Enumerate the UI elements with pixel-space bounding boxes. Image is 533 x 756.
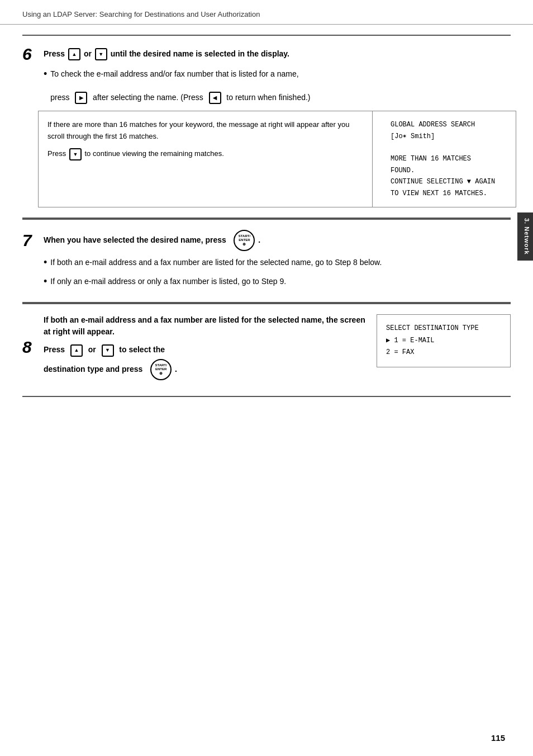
left-arrow-icon — [209, 92, 221, 104]
step-7-bullet1-text: If both an e-mail address and a fax numb… — [50, 257, 382, 269]
step-8-left: If both an e-mail address and a fax numb… — [44, 314, 368, 380]
step-8-screen: SELECT DESTINATION TYPE ▶ 1 = E-MAIL 2 =… — [377, 314, 511, 367]
step-6-header: 6 Press or until the desired name is sel… — [22, 46, 511, 63]
bullet-dot: • — [44, 68, 47, 104]
press-label: press — [50, 93, 72, 102]
sidebar-line1: 3. Network — [524, 218, 530, 255]
screen-line3 — [391, 142, 507, 153]
step-7-bullet1: • If both an e-mail address and a fax nu… — [44, 257, 511, 269]
step-8-number: 8 — [22, 339, 38, 356]
step-8-instruction-2: destination type and press START/ ENTER … — [44, 359, 368, 380]
up-arrow-icon-2 — [70, 344, 83, 357]
screen-line4: MORE THAN 16 MATCHES — [391, 153, 507, 164]
step-8-content: If both an e-mail address and a fax numb… — [44, 314, 511, 380]
step-8-instruction: Press or to select the — [44, 343, 368, 357]
screen-line7: TO VIEW NEXT 16 MATCHES. — [391, 188, 507, 199]
bullet-dot-3: • — [44, 276, 47, 288]
screen-line6: CONTINUE SELECTING ▼ AGAIN — [391, 176, 507, 187]
step-8-section: 8 If both an e-mail address and a fax nu… — [22, 303, 511, 397]
bullet-dot-2: • — [44, 257, 47, 269]
page-header: Using an LDAP Server: Searching for Dest… — [0, 0, 533, 25]
header-title: Using an LDAP Server: Searching for Dest… — [22, 10, 260, 18]
step-7-bullet2: • If only an e-mail address or only a fa… — [44, 276, 511, 288]
step-6-title: Press or until the desired name is selec… — [44, 48, 289, 60]
down-arrow-icon — [95, 48, 107, 60]
screen-line1: GLOBAL ADDRESS SEARCH — [391, 119, 507, 130]
step-8-desc: If both an e-mail address and a fax numb… — [44, 314, 368, 338]
screen-line2: [Jo✶ Smith] — [391, 131, 507, 142]
step-6-body: • To check the e-mail address and/or fax… — [44, 68, 511, 207]
up-arrow-icon — [68, 48, 80, 60]
info-left-p2: Press to continue viewing the remaining … — [47, 148, 363, 160]
step-7-body: • If both an e-mail address and a fax nu… — [44, 257, 511, 287]
down-arrow-icon-3 — [102, 344, 114, 357]
dest-screen-line3: 2 = FAX — [386, 347, 501, 359]
step-7-bullet2-text: If only an e-mail address or only a fax … — [50, 276, 286, 288]
page-number: 115 — [491, 733, 505, 743]
step-8-header: 8 If both an e-mail address and a fax nu… — [22, 314, 511, 380]
step-6-bullet1: • To check the e-mail address and/or fax… — [44, 68, 511, 104]
info-left-p1: If there are more than 16 matches for yo… — [47, 119, 363, 143]
step-7-header: 7 When you have selected the desired nam… — [22, 230, 511, 251]
info-left: If there are more than 16 matches for yo… — [39, 111, 373, 207]
dest-screen-line1: SELECT DESTINATION TYPE — [386, 323, 501, 335]
step-7-title: When you have selected the desired name,… — [44, 230, 260, 251]
info-right: GLOBAL ADDRESS SEARCH [Jo✶ Smith] MORE T… — [382, 111, 516, 207]
sidebar-tab: 3. Network — [517, 212, 533, 261]
start-enter-icon-1: START/ ENTER ⊕ — [234, 230, 255, 251]
bullet-1-text: To check the e-mail address and/or fax n… — [50, 68, 310, 104]
down-arrow-icon-2 — [69, 148, 82, 160]
start-enter-icon-2: START/ ENTER ⊕ — [150, 359, 172, 380]
step-6-number: 6 — [22, 46, 38, 63]
right-arrow-icon — [75, 92, 87, 104]
step-7-number: 7 — [22, 232, 38, 249]
step-6-info-box: If there are more than 16 matches for yo… — [38, 111, 516, 207]
step-7-section: 7 When you have selected the desired nam… — [22, 219, 511, 303]
dest-screen-line2: ▶ 1 = E-MAIL — [386, 335, 501, 347]
screen-line5: FOUND. — [391, 165, 507, 176]
step-6-section: 6 Press or until the desired name is sel… — [22, 35, 511, 219]
